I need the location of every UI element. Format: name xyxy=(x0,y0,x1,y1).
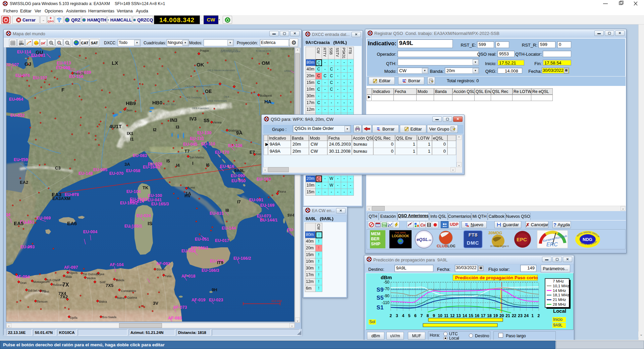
svg-text:Rome: Rome xyxy=(187,186,195,189)
svg-text:HA: HA xyxy=(264,99,272,104)
svg-text:15: 15 xyxy=(469,313,473,318)
svg-text:EU-095: EU-095 xyxy=(93,167,107,172)
svg-text:I: I xyxy=(192,161,194,166)
svg-text:8: 8 xyxy=(427,313,429,318)
svg-text:EU-090: EU-090 xyxy=(231,173,245,178)
svg-text:EU-023: EU-023 xyxy=(209,298,223,302)
svg-text:EU-170: EU-170 xyxy=(215,150,229,155)
svg-text:OM: OM xyxy=(262,60,270,66)
svg-text:I7: I7 xyxy=(237,199,241,204)
svg-text:18: 18 xyxy=(487,313,492,318)
svg-text:Batna: Batna xyxy=(117,296,124,300)
svg-text:5: 5 xyxy=(408,313,411,318)
svg-text:-90: -90 xyxy=(384,294,390,298)
svg-text:9H: 9H xyxy=(212,287,217,292)
svg-text:ERC: ERC xyxy=(546,242,558,247)
svg-text:-70: -70 xyxy=(384,287,390,291)
svg-text:TK: TK xyxy=(143,185,149,190)
svg-text:EU-166/2: EU-166/2 xyxy=(233,256,251,261)
svg-text:Predicción de propagación Paso: Predicción de propagación Paso corto xyxy=(455,275,538,280)
svg-text:20: 20 xyxy=(499,313,504,318)
svg-text:EA3AXM: EA3AXM xyxy=(52,196,70,201)
svg-text:HB0: HB0 xyxy=(152,100,162,105)
svg-text:9: 9 xyxy=(433,313,435,318)
svg-text:OE4: OE4 xyxy=(224,95,229,98)
svg-text:12: 12 xyxy=(450,313,455,318)
svg-text:QTH: QTH xyxy=(34,42,39,44)
svg-text:Tunis: Tunis xyxy=(165,275,171,278)
svg-text:I8: I8 xyxy=(225,208,229,213)
svg-text:EU-031: EU-031 xyxy=(210,211,224,216)
svg-text:OE6-Steiermark: OE6-Steiermark xyxy=(208,99,227,102)
svg-text:Setif: Setif xyxy=(100,281,106,284)
svg-text:7: 7 xyxy=(420,313,423,318)
svg-text:Sol: Sol xyxy=(369,319,375,324)
svg-text:I2: I2 xyxy=(153,127,157,132)
svg-text:OK: OK xyxy=(197,62,204,67)
svg-text:28 MHz: 28 MHz xyxy=(553,302,566,306)
svg-text:EU-104: EU-104 xyxy=(126,189,141,194)
svg-text:I4: I4 xyxy=(176,163,180,168)
svg-text:S5: S5 xyxy=(204,118,209,123)
svg-text:EU-069: EU-069 xyxy=(37,216,51,220)
svg-text:EU-045: EU-045 xyxy=(183,142,197,147)
svg-text:EA2: EA2 xyxy=(20,180,28,185)
svg-text:AF-094: AF-094 xyxy=(16,275,30,279)
svg-text:21: 21 xyxy=(505,313,510,318)
svg-text:19: 19 xyxy=(493,313,498,318)
svg-text:EU-013: EU-013 xyxy=(57,61,71,65)
svg-text:-50: -50 xyxy=(384,280,390,285)
svg-text:Tizi Ouzou: Tizi Ouzou xyxy=(83,272,97,276)
svg-text:Rzeszow (RZ): Rzeszow (RZ) xyxy=(280,48,294,50)
svg-text:1A: 1A xyxy=(185,191,191,196)
svg-text:T7: T7 xyxy=(184,149,190,154)
svg-text:Relizane: Relizane xyxy=(53,283,64,287)
svg-text:EA5: EA5 xyxy=(14,220,23,226)
svg-text:EU-070: EU-070 xyxy=(109,171,123,176)
svg-text:4: 4 xyxy=(402,313,404,318)
svg-text:EU-100: EU-100 xyxy=(148,193,162,198)
svg-text:EU-110: EU-110 xyxy=(201,142,215,146)
svg-text:San Marino: San Marino xyxy=(190,156,204,159)
svg-text:3: 3 xyxy=(396,313,398,318)
svg-text:I6: I6 xyxy=(206,162,210,167)
svg-text:Katowice (KA): Katowice (KA) xyxy=(221,49,238,52)
svg-text:Bou Saada: Bou Saada xyxy=(102,315,116,319)
svg-text:C3: C3 xyxy=(55,165,61,170)
svg-text:EU-131: EU-131 xyxy=(190,136,204,141)
svg-text:I5: I5 xyxy=(166,158,170,163)
svg-text:S5: S5 xyxy=(377,295,384,301)
svg-text:I3: I3 xyxy=(176,124,179,130)
svg-text:EU-169: EU-169 xyxy=(260,203,274,208)
svg-text:24: 24 xyxy=(524,313,529,318)
svg-text:E7: E7 xyxy=(250,150,255,155)
svg-text:10: 10 xyxy=(438,313,442,318)
svg-text:22: 22 xyxy=(512,313,517,318)
svg-text:EU-014: EU-014 xyxy=(130,199,144,204)
svg-text:2: 2 xyxy=(538,313,540,318)
svg-text:HB9: HB9 xyxy=(126,100,136,106)
svg-text:I1: I1 xyxy=(130,137,134,142)
svg-text:Algiers: Algiers xyxy=(69,271,77,275)
svg-text:Tirana: Tirana xyxy=(278,190,286,193)
svg-text:QTH: QTH xyxy=(19,43,24,45)
svg-text:EU-058: EU-058 xyxy=(126,168,140,173)
svg-text:9A9L: 9A9L xyxy=(553,323,562,328)
svg-text:Inicio: Inicio xyxy=(553,317,562,322)
svg-text:3A: 3A xyxy=(124,162,130,167)
svg-text:IN3: IN3 xyxy=(170,117,177,123)
svg-text:EU-136: EU-136 xyxy=(228,143,242,148)
svg-text:Paris-75: Paris-75 xyxy=(73,72,84,75)
svg-text:OE7-Tirol: OE7-Tirol xyxy=(164,103,176,106)
svg-text:30 Meter Digital Group: 30 Meter Digital Group xyxy=(490,245,509,248)
svg-text:Map: Map xyxy=(382,224,387,227)
svg-text:7 MHz: 7 MHz xyxy=(553,279,564,283)
svg-text:30MDG: 30MDG xyxy=(488,231,502,235)
svg-text:Constantine: Constantine xyxy=(121,289,137,293)
svg-text:Cw: Cw xyxy=(420,223,425,227)
svg-text:CLUBLOG: CLUBLOG xyxy=(437,244,455,248)
svg-text:AF-073: AF-073 xyxy=(173,305,187,310)
svg-text:EU-165/3: EU-165/3 xyxy=(151,202,169,206)
svg-text:AF-018: AF-018 xyxy=(181,274,196,279)
svg-text:Ech Cheliff: Ech Cheliff xyxy=(47,279,61,282)
